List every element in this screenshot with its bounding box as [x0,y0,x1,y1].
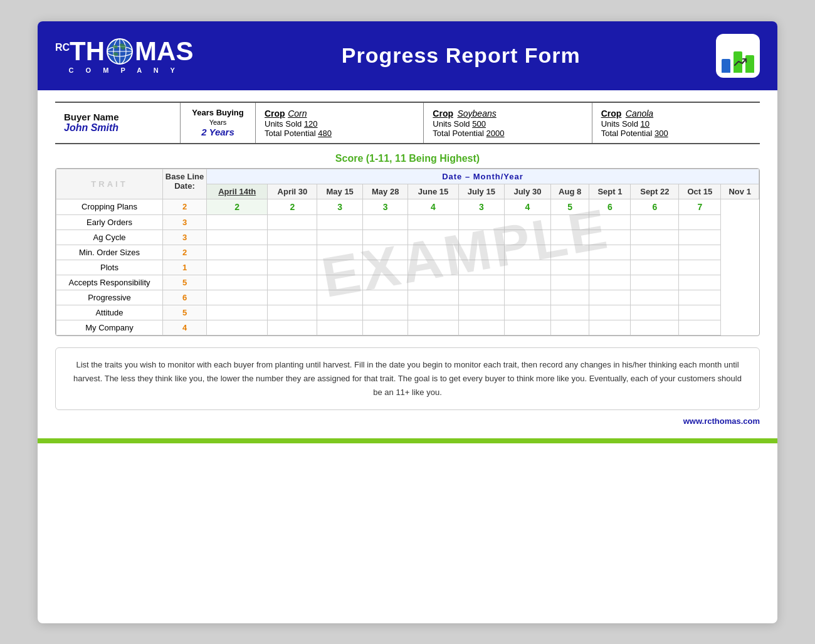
score-cell-5-0 [207,275,268,290]
score-cell-1-9 [631,214,679,230]
score-cell-1-10 [679,214,721,230]
baseline-val-1: 3 [163,214,207,230]
score-cell-0-2: 3 [317,199,363,214]
th-date-8: Sept 1 [589,184,631,199]
score-cell-0-0: 2 [207,199,268,214]
logo-company: C O M P A N Y [69,66,180,74]
score-cell-8-7 [550,320,589,335]
score-cell-8-6 [505,320,551,335]
score-cell-8-1 [268,320,317,335]
score-cell-1-3 [362,214,408,230]
score-cell-7-0 [207,305,268,320]
score-cell-3-3 [362,245,408,260]
score-cell-3-7 [550,245,589,260]
score-cell-2-3 [362,230,408,245]
trait-name-8: My Company [56,320,163,335]
crop-corn-potential: 480 [318,129,332,138]
score-cell-3-9 [631,245,679,260]
score-cell-0-10: 7 [679,199,721,214]
table-row: Cropping Plans222334345667 [56,199,759,214]
trait-name-0: Cropping Plans [56,199,163,214]
crop-canola-units-line: Units Sold 10 [601,119,751,129]
score-cell-2-2 [317,230,363,245]
table-row: Progressive6 [56,290,759,305]
score-label: Score (1-11, 11 Being Highest) [38,153,777,164]
crop-canola-name: Canola [626,108,653,119]
score-cell-6-6 [505,290,551,305]
crop-corn-potential-line: Total Potential 480 [265,129,414,138]
score-cell-7-10 [679,305,721,320]
note-box: List the traits you wish to monitor with… [55,347,760,410]
trait-table: TRAIT Base Line Date: Date – Month/Year … [56,169,759,335]
score-cell-6-10 [679,290,721,305]
chart-icon-box [716,34,760,78]
chart-bar-1 [722,59,730,73]
score-cell-5-5 [458,275,505,290]
score-cell-1-4 [408,214,458,230]
score-cell-4-5 [458,260,505,275]
logo-text: RCTH MAS [55,38,193,65]
score-cell-7-4 [408,305,458,320]
score-cell-8-9 [631,320,679,335]
trait-name-1: Early Orders [56,214,163,230]
baseline-val-3: 2 [163,245,207,260]
score-cell-8-8 [589,320,631,335]
baseline-val-2: 3 [163,230,207,245]
score-cell-6-2 [317,290,363,305]
table-row: Attitude5 [56,305,759,320]
th-date-4: June 15 [408,184,458,199]
score-cell-6-0 [207,290,268,305]
years-buying-label-text: Years Buying [192,108,243,117]
score-cell-1-5 [458,214,505,230]
score-cell-0-3: 3 [362,199,408,214]
th-trait: TRAIT [56,169,163,199]
score-cell-7-7 [550,305,589,320]
buyer-name: John Smith [64,122,171,134]
score-cell-8-3 [362,320,408,335]
years-value: 2 Years [201,127,234,137]
footer: www.rcthomas.com [55,416,760,433]
header: RCTH MAS C O M P A N Y Progress Report [38,21,777,90]
crop-soybeans-name: Soybeans [457,108,496,119]
score-cell-5-6 [505,275,551,290]
baseline-val-0: 2 [163,199,207,214]
score-cell-0-5: 3 [458,199,505,214]
score-cell-2-8 [589,230,631,245]
score-cell-5-8 [589,275,631,290]
score-cell-2-5 [458,230,505,245]
score-cell-3-4 [408,245,458,260]
crop-corn-name: Corn [288,108,307,119]
crop-corn-label: Crop [265,108,285,119]
score-cell-3-0 [207,245,268,260]
globe-icon [106,38,134,65]
years-label: Years Buying Years [192,108,243,127]
crop-canola-potential-line: Total Potential 300 [601,129,751,138]
score-cell-8-5 [458,320,505,335]
score-cell-1-0 [207,214,268,230]
score-cell-4-1 [268,260,317,275]
crop-canola-cell: Crop Canola Units Sold 10 Total Potentia… [592,103,760,143]
score-cell-2-4 [408,230,458,245]
green-bar [38,438,777,443]
score-cell-0-1: 2 [268,199,317,214]
crop-canola-label: Crop [601,108,622,119]
th-date-10: Oct 15 [679,184,721,199]
th-date-5: July 15 [458,184,505,199]
score-cell-4-9 [631,260,679,275]
score-cell-6-7 [550,290,589,305]
score-cell-7-5 [458,305,505,320]
score-cell-6-9 [631,290,679,305]
website-link: www.rcthomas.com [683,416,760,426]
logo-rc-prefix: RCTH [55,38,105,65]
score-cell-3-5 [458,245,505,260]
th-date-3: May 28 [362,184,408,199]
th-date-9: Sept 22 [631,184,679,199]
score-cell-3-1 [268,245,317,260]
th-date-2: May 15 [317,184,363,199]
score-cell-0-9: 6 [631,199,679,214]
trait-name-6: Progressive [56,290,163,305]
score-cell-8-2 [317,320,363,335]
score-cell-7-1 [268,305,317,320]
score-cell-3-8 [589,245,631,260]
page: RCTH MAS C O M P A N Y Progress Report [38,21,777,623]
